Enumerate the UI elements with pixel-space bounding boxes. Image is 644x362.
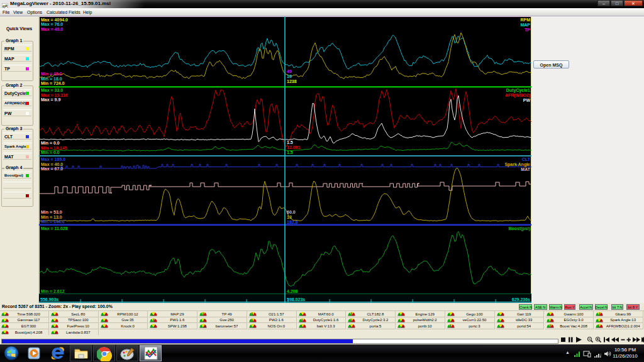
- svg-text:Min = 724.0: Min = 724.0: [41, 81, 65, 85]
- svg-text:MAP: MAP: [520, 23, 530, 27]
- svg-text:12.001: 12.001: [287, 145, 301, 150]
- svg-text:Max = 33.0: Max = 33.0: [41, 88, 63, 92]
- svg-text:Min = 0.0: Min = 0.0: [41, 150, 60, 155]
- svg-text:Min = 18.0: Min = 18.0: [41, 77, 62, 81]
- svg-text:19: 19: [287, 74, 292, 79]
- svg-text:Max = 40.0: Max = 40.0: [41, 162, 63, 167]
- svg-text:DutyCycle1: DutyCycle1: [506, 88, 530, 93]
- svg-text:182.8: 182.8: [287, 220, 298, 224]
- svg-text:598.023s: 598.023s: [287, 297, 305, 302]
- svg-text:CLT: CLT: [522, 157, 531, 162]
- svg-text:629.236s: 629.236s: [512, 297, 530, 302]
- svg-text:Spark Angle: Spark Angle: [504, 162, 530, 167]
- svg-text:Min = 53.0: Min = 53.0: [41, 210, 62, 214]
- svg-text:13: 13: [287, 215, 292, 219]
- svg-text:Max = 67.0: Max = 67.0: [41, 167, 63, 171]
- svg-text:Boost(psi): Boost(psi): [508, 226, 530, 231]
- svg-text:Max = 9.9: Max = 9.9: [41, 97, 60, 102]
- svg-text:60.0: 60.0: [287, 210, 296, 214]
- svg-text:TP: TP: [525, 28, 530, 32]
- svg-text:Max = 76.0: Max = 76.0: [41, 22, 63, 26]
- svg-text:Min = 49.0: Min = 49.0: [41, 72, 62, 76]
- svg-text:Min = 144.0: Min = 144.0: [41, 219, 65, 224]
- svg-text:Max = 189.0: Max = 189.0: [41, 157, 65, 162]
- svg-text:AFR(WBO2): AFR(WBO2): [505, 93, 530, 98]
- svg-text:556.903s: 556.903s: [40, 297, 58, 302]
- svg-text:RPM: RPM: [520, 18, 530, 22]
- svg-text:1238: 1238: [287, 79, 297, 84]
- svg-text:MAT: MAT: [521, 167, 530, 172]
- svg-text:Min = 2.612: Min = 2.612: [41, 289, 65, 293]
- svg-text:1.5: 1.5: [287, 150, 293, 155]
- svg-text:Max = 19.116: Max = 19.116: [41, 93, 68, 97]
- svg-text:Max = 11.028: Max = 11.028: [41, 226, 68, 231]
- svg-text:Min = 10.145: Min = 10.145: [41, 146, 67, 150]
- svg-text:Min = 0.0: Min = 0.0: [41, 141, 60, 145]
- svg-text:Max = 4094.0: Max = 4094.0: [41, 18, 68, 22]
- svg-text:Min = 13.0: Min = 13.0: [41, 215, 62, 219]
- svg-text:49: 49: [287, 69, 292, 74]
- svg-text:PW: PW: [523, 98, 531, 102]
- svg-text:Max = 49.0: Max = 49.0: [41, 27, 63, 31]
- svg-text:4.208: 4.208: [287, 289, 298, 293]
- svg-text:1.5: 1.5: [287, 140, 293, 145]
